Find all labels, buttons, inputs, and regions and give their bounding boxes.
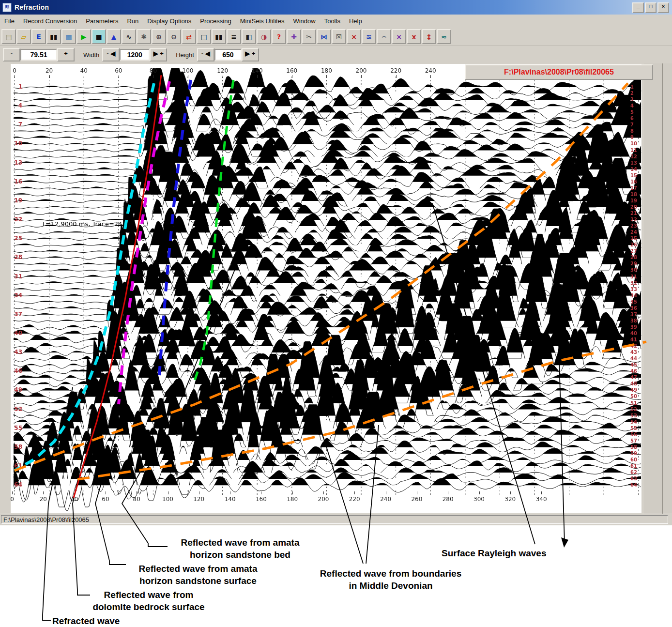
bottom-axis-tick xyxy=(417,491,417,494)
right-trace-number: 41 xyxy=(630,337,643,342)
swap-direction-icon[interactable]: ⇄ xyxy=(182,29,196,44)
left-trace-number: 52 xyxy=(13,406,22,413)
bottom-axis-tick-label: 200 xyxy=(318,496,329,503)
width-value[interactable]: 1200 xyxy=(120,49,150,61)
curve-icon[interactable]: ⌢ xyxy=(377,29,391,44)
stack-icon[interactable]: ≡ xyxy=(227,29,241,44)
run-icon[interactable]: ▶ xyxy=(76,29,91,44)
open-file-icon[interactable]: ▱ xyxy=(16,29,31,44)
polarity-icon[interactable]: ◑ xyxy=(257,29,271,44)
left-trace-number: 34 xyxy=(13,292,22,299)
gain-value[interactable]: 79.51 xyxy=(20,49,57,61)
cut-notes-icon[interactable]: ✂ xyxy=(302,29,316,44)
refraction-app-window: ≋ Refraction _□× FileRecord ConversionPa… xyxy=(0,0,672,627)
pick-x-icon[interactable]: x xyxy=(407,29,421,44)
right-trace-number: 51 xyxy=(630,400,643,406)
help-icon[interactable]: ? xyxy=(272,29,286,44)
top-axis-tick xyxy=(188,75,188,78)
delete-x-icon[interactable]: × xyxy=(347,29,361,44)
annotation-area: Reflected wave from amatahorizon sandsto… xyxy=(0,525,672,627)
height-increase-button[interactable]: ▶ + xyxy=(242,48,259,61)
right-trace-number: 42 xyxy=(630,343,643,349)
bottom-axis-tick-label: 300 xyxy=(473,496,485,503)
bottom-axis-tick-label: 40 xyxy=(71,496,78,503)
minimize-button[interactable]: _ xyxy=(632,2,644,13)
waves-icon[interactable]: ≈ xyxy=(437,29,451,44)
left-trace-number: 61 xyxy=(13,462,22,469)
menu-item-file[interactable]: File xyxy=(0,15,19,27)
menu-item-parameters[interactable]: Parameters xyxy=(81,15,122,27)
right-trace-number: 36 xyxy=(630,306,643,311)
bottom-axis-tick-label: 340 xyxy=(536,496,547,503)
right-trace-number: 48 xyxy=(630,381,643,386)
close-button[interactable]: × xyxy=(657,2,669,13)
pause-icon[interactable]: ▮▮ xyxy=(46,29,61,44)
bottom-axis-tick-label: 120 xyxy=(193,496,204,503)
menu-item-record-conversion[interactable]: Record Conversion xyxy=(19,15,81,27)
right-trace-number: 12 xyxy=(630,154,643,159)
zoom-out-icon[interactable]: ⊖ xyxy=(167,29,181,44)
stop-icon[interactable]: ■ xyxy=(92,29,106,44)
right-trace-number: 4 xyxy=(630,103,643,108)
height-value[interactable]: 650 xyxy=(214,49,242,61)
traces-mark-icon[interactable]: ‡ xyxy=(422,29,436,44)
flowchart-icon[interactable]: ✚ xyxy=(287,29,301,44)
right-trace-number: 28 xyxy=(630,255,643,260)
menu-item-toolls[interactable]: Toolls xyxy=(320,15,345,27)
right-trace-number: 22 xyxy=(630,217,643,222)
pause2-icon[interactable]: ▮▮ xyxy=(212,29,226,44)
left-trace-number: 13 xyxy=(13,159,22,166)
menu-item-miniseis-utilites[interactable]: MiniSeis Utilites xyxy=(236,15,289,27)
height-decrease-button[interactable]: - ◀ xyxy=(197,48,214,61)
right-trace-number: 6 xyxy=(630,116,643,121)
bottom-axis-tick-label: 260 xyxy=(411,496,422,503)
menu-item-processing[interactable]: Processing xyxy=(196,15,235,27)
width-increase-button[interactable]: ▶ + xyxy=(150,48,167,61)
pan-hand-icon[interactable]: ✱ xyxy=(137,29,151,44)
right-trace-number: 37 xyxy=(630,312,643,317)
seismic-traces-canvas[interactable] xyxy=(0,63,672,514)
amplitude-icon[interactable]: ▲ xyxy=(107,29,121,44)
bottom-axis-tick-label: 320 xyxy=(504,496,516,503)
menu-item-display-options[interactable]: Display Options xyxy=(143,15,196,27)
zoom-in-icon[interactable]: ⊕ xyxy=(152,29,166,44)
gain-decrease-button[interactable]: - xyxy=(3,48,20,61)
top-axis-tick xyxy=(326,75,327,78)
right-trace-number: 15 xyxy=(630,173,643,178)
menu-item-run[interactable]: Run xyxy=(122,15,143,27)
bottom-axis-tick xyxy=(43,491,44,494)
curve-fan-icon[interactable]: ≋ xyxy=(362,29,376,44)
report-x-icon[interactable]: ☒ xyxy=(332,29,346,44)
maximize-button[interactable]: □ xyxy=(645,2,657,13)
right-trace-number: 53 xyxy=(630,413,643,418)
anno-devonian: Reflected wave from boundariesin Middle … xyxy=(306,567,475,592)
bottom-axis-tick xyxy=(137,491,137,494)
right-trace-number: 7 xyxy=(630,122,643,127)
right-trace-number: 59 xyxy=(630,451,643,456)
menu-item-window[interactable]: Window xyxy=(289,15,320,27)
top-axis-tick-label: 80 xyxy=(150,67,157,74)
cross-traces-icon[interactable]: ⋈ xyxy=(317,29,331,44)
left-trace-number: 58 xyxy=(13,443,22,450)
gain-increase-button[interactable]: + xyxy=(57,48,75,61)
window-box-icon[interactable]: □ xyxy=(197,29,211,44)
right-trace-number: 61 xyxy=(630,463,643,469)
bottom-axis-tick xyxy=(386,491,386,494)
control-bar: - 79.51 + Width - ◀ 1200 ▶ + Height - ◀ … xyxy=(0,46,672,63)
top-axis-tick-label: 160 xyxy=(286,67,297,74)
menu-item-help[interactable]: Help xyxy=(345,15,367,27)
right-trace-number: 58 xyxy=(630,444,643,450)
wiggle-trace-icon[interactable]: ∿ xyxy=(122,29,136,44)
edit-e-icon[interactable]: E xyxy=(31,29,46,44)
bottom-axis-tick xyxy=(292,491,293,494)
top-axis-tick-label: 20 xyxy=(46,67,53,74)
width-decrease-button[interactable]: - ◀ xyxy=(102,48,120,61)
new-file-icon[interactable]: ▤ xyxy=(1,29,16,44)
cross2-icon[interactable]: × xyxy=(392,29,406,44)
top-axis-tick-label: 60 xyxy=(115,67,122,74)
save-convert-icon[interactable]: ▦ xyxy=(61,29,76,44)
left-trace-number: 46 xyxy=(13,367,22,374)
overlay-squares-icon[interactable]: ◧ xyxy=(242,29,256,44)
right-trace-number: 52 xyxy=(630,407,643,412)
top-axis-tick-label: 40 xyxy=(80,67,88,74)
